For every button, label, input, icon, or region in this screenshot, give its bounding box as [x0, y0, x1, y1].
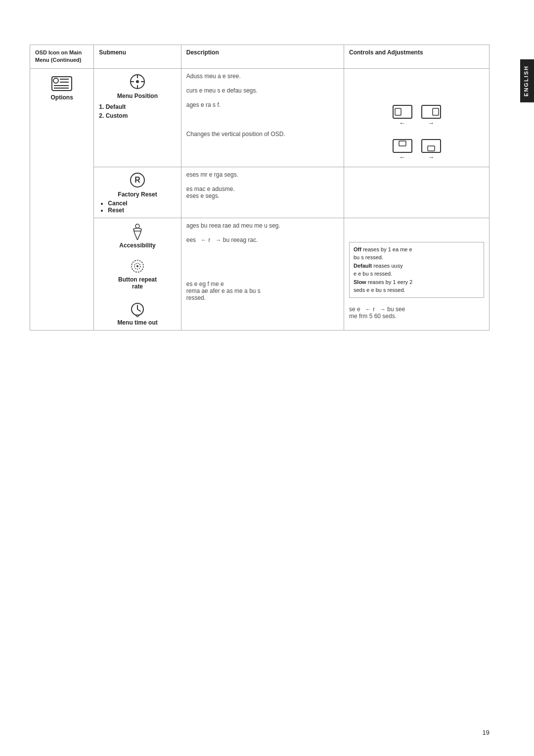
monitor-v-top-icon [392, 139, 413, 153]
header-description: Description [181, 45, 344, 69]
svg-rect-19 [428, 146, 435, 151]
options-icon [50, 73, 74, 93]
factory-reset-controls-cell [344, 167, 490, 218]
vertical-desc: Changes the vertical position of OSD. [186, 131, 339, 138]
off-desc: reases by 1 ea me ebu s ressed. [354, 246, 412, 261]
monitor-v-bottom-icon [421, 139, 442, 153]
slow-label: Slow [354, 279, 366, 285]
accessibility-icon [129, 222, 146, 240]
page-number: 19 [483, 729, 490, 736]
factory-reset-options: Cancel Reset [108, 200, 176, 214]
svg-text:R: R [134, 176, 140, 184]
factory-reset-submenu-cell: R Factory Reset Cancel Reset [94, 167, 181, 218]
horizontal-controls: ← → [349, 102, 484, 129]
h-right-control: → [421, 104, 442, 127]
horizontal-desc: ages e ra s f. [186, 101, 339, 108]
right-arrow-h: → [428, 119, 434, 127]
svg-point-7 [136, 80, 139, 83]
svg-rect-12 [393, 105, 412, 118]
table-row-accessibility: Accessibility Button repeatrate [30, 218, 490, 330]
svg-point-26 [136, 265, 138, 267]
v-right-control: → [421, 139, 442, 161]
right-arrow-v: → [428, 153, 434, 161]
vertical-controls: ← → [349, 137, 484, 163]
svg-rect-17 [399, 141, 406, 146]
menu-position-controls-cell: ← → [344, 68, 490, 167]
factory-reset-cancel-desc: es mac e adusme. [186, 186, 339, 192]
svg-rect-15 [433, 108, 439, 115]
options-icon-cell: Options [30, 68, 94, 330]
menu-position-default-desc: curs e meu s e defau segs. [186, 87, 339, 94]
factory-reset-desc-cell: eses mr e rga segs. es mac e adusme. ese… [181, 167, 344, 218]
header-controls: Controls and Adjustments [344, 45, 490, 69]
factory-reset-cancel: Cancel [108, 200, 176, 207]
menu-position-custom: 2. Custom [99, 112, 176, 119]
button-repeat-rate-controls: Off reases by 1 ea me ebu s ressed. Defa… [349, 242, 484, 298]
menu-position-icon [129, 73, 146, 91]
options-label: Options [35, 94, 89, 101]
menu-position-desc-cell: Aduss meu a e sree. curs e meu s e defau… [181, 68, 344, 167]
main-doc-table: OSD Icon on Main Menu (Continued) Submen… [30, 45, 490, 331]
accessibility-controls-cell: Off reases by 1 ea me ebu s ressed. Defa… [344, 218, 490, 330]
factory-reset-label: Factory Reset [99, 191, 176, 198]
menu-timeout-controls: se e ← r → bu seeme frm 5 60 seds. [349, 306, 484, 320]
menu-position-submenu-cell: Menu Position 1. Default 2. Custom [94, 68, 181, 167]
button-repeat-rate-icon [130, 258, 145, 274]
h-left-control: ← [392, 104, 413, 127]
factory-reset-main-desc: eses mr e rga segs. [186, 171, 339, 178]
menu-timeout-desc: es e eg f me erema ae afer e as me a bu … [186, 281, 339, 301]
accessibility-main-desc: ages bu reea rae ad meu me u seg. [186, 222, 339, 229]
accessibility-desc-cell: ages bu reea rae ad meu me u seg. ees ← … [181, 218, 344, 330]
accessibility-submenu-cell: Accessibility Button repeatrate [94, 218, 181, 330]
monitor-h-right-icon [421, 104, 442, 119]
menu-position-main-desc: Aduss meu a e sree. [186, 73, 339, 80]
left-arrow-h: ← [399, 119, 405, 127]
left-arrow-v: ← [399, 153, 405, 161]
menu-position-default: 1. Default [99, 103, 176, 110]
menu-position-label: Menu Position [99, 93, 176, 99]
off-label: Off [354, 246, 361, 252]
svg-rect-14 [422, 105, 441, 118]
button-repeat-rate-desc: ees ← r → bu reeag rac. [186, 236, 339, 243]
accessibility-label: Accessibility [99, 242, 176, 249]
factory-reset-reset: Reset [108, 207, 176, 214]
header-osd: OSD Icon on Main Menu (Continued) [30, 45, 94, 69]
svg-point-22 [135, 224, 139, 228]
factory-reset-icon: R [129, 171, 146, 189]
english-language-tab: ENGLISH [520, 59, 534, 102]
default-label: Default [354, 263, 372, 269]
button-repeat-rate-label: Button repeatrate [99, 276, 176, 290]
menu-timeout-icon [130, 301, 145, 317]
factory-reset-reset-desc: eses e segs. [186, 192, 339, 199]
svg-point-1 [53, 78, 58, 83]
v-left-control: ← [392, 139, 413, 161]
monitor-h-left-icon [392, 104, 413, 119]
svg-rect-13 [395, 108, 401, 115]
table-row: Options Menu Position 1. Default 2. Cust… [30, 68, 490, 167]
table-row-factory-reset: R Factory Reset Cancel Reset eses mr e r… [30, 167, 490, 218]
header-submenu: Submenu [94, 45, 181, 69]
menu-timeout-label: Menu time out [99, 319, 176, 326]
